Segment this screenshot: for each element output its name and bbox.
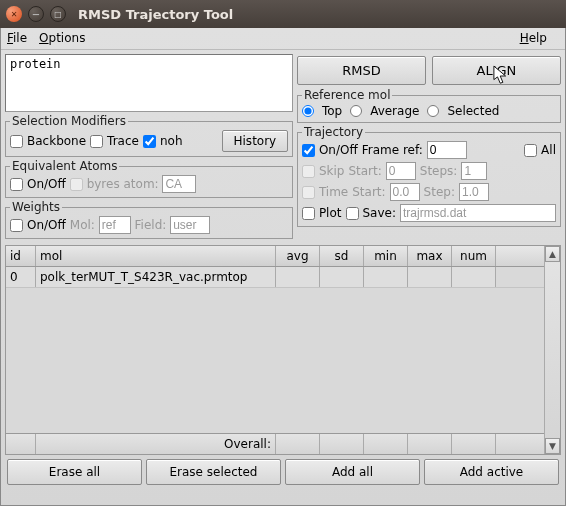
skip-label: Skip [319,164,345,178]
table-row[interactable]: 0 polk_terMUT_T_S423R_vac.prmtop [6,267,544,288]
menu-help[interactable]: Help [520,31,547,46]
time-step-label: Step: [424,185,455,199]
time-start-field [390,183,420,201]
results-table: id mol avg sd min max num 0 polk_terMUT_… [5,245,561,455]
th-num[interactable]: num [452,246,496,266]
traj-all-checkbox[interactable] [524,144,537,157]
equivalent-atoms-group: Equivalent Atoms On/Off byres atom: [5,159,293,198]
align-button[interactable]: ALIGN [432,56,561,85]
traj-all-label: All [541,143,556,157]
trajectory-group: Trajectory On/Off Frame ref: All Skip St… [297,125,561,227]
frame-ref-field[interactable] [427,141,467,159]
app-window: File Options Help Selection Modifiers Ba… [0,28,566,506]
selection-modifiers-legend: Selection Modifiers [10,114,128,128]
weights-mol-label: Mol: [70,218,95,232]
backbone-checkbox[interactable] [10,135,23,148]
skip-start-field [386,162,416,180]
time-checkbox [302,186,315,199]
weights-field-label: Field: [135,218,167,232]
reference-mol-group: Reference mol Top Average Selected [297,88,561,123]
save-label: Save: [363,206,397,220]
plot-label: Plot [319,206,342,220]
byres-label: byres atom: [87,177,159,191]
ref-average-label: Average [370,104,419,118]
th-max[interactable]: max [408,246,452,266]
weights-field-field [170,216,210,234]
trace-checkbox[interactable] [90,135,103,148]
scroll-down-icon[interactable]: ▼ [545,438,560,454]
menubar: File Options Help [1,28,565,50]
scroll-up-icon[interactable]: ▲ [545,246,560,262]
menu-file[interactable]: File [7,31,27,46]
save-field [400,204,556,222]
equivalent-atoms-legend: Equivalent Atoms [10,159,119,173]
equiv-onoff-label: On/Off [27,177,66,191]
trace-label: Trace [107,134,139,148]
time-start-label: Start: [352,185,385,199]
plot-checkbox[interactable] [302,207,315,220]
equiv-onoff-checkbox[interactable] [10,178,23,191]
time-step-field [459,183,489,201]
overall-label: Overall: [36,434,276,454]
trajectory-legend: Trajectory [302,125,365,139]
save-checkbox[interactable] [346,207,359,220]
skip-steps-label: Steps: [420,164,458,178]
rmsd-button[interactable]: RMSD [297,56,426,85]
cell-sd [320,267,364,287]
byres-field [162,175,196,193]
skip-steps-field [461,162,487,180]
noh-label: noh [160,134,183,148]
th-mol[interactable]: mol [36,246,276,266]
window-close-button[interactable] [6,6,22,22]
ref-top-label: Top [322,104,342,118]
window-maximize-button[interactable] [50,6,66,22]
ref-selected-label: Selected [447,104,499,118]
add-all-button[interactable]: Add all [285,459,420,485]
window-minimize-button[interactable] [28,6,44,22]
selection-input[interactable] [5,54,293,112]
traj-onoff-checkbox[interactable] [302,144,315,157]
selection-modifiers-group: Selection Modifiers Backbone Trace noh H… [5,114,293,157]
add-active-button[interactable]: Add active [424,459,559,485]
table-footer: Overall: [6,433,544,454]
byres-checkbox [70,178,83,191]
ref-selected-radio[interactable] [427,105,439,117]
traj-onoff-label: On/Off [319,143,358,157]
table-header: id mol avg sd min max num [6,246,544,267]
weights-onoff-checkbox[interactable] [10,219,23,232]
erase-all-button[interactable]: Erase all [7,459,142,485]
skip-checkbox [302,165,315,178]
cell-max [408,267,452,287]
cell-min [364,267,408,287]
weights-legend: Weights [10,200,62,214]
history-button[interactable]: History [222,130,288,152]
weights-group: Weights On/Off Mol: Field: [5,200,293,239]
weights-mol-field [99,216,131,234]
cell-avg [276,267,320,287]
th-avg[interactable]: avg [276,246,320,266]
titlebar: RMSD Trajectory Tool [0,0,566,28]
ref-top-radio[interactable] [302,105,314,117]
table-scrollbar[interactable]: ▲ ▼ [544,246,560,454]
noh-checkbox[interactable] [143,135,156,148]
cell-num [452,267,496,287]
weights-onoff-label: On/Off [27,218,66,232]
th-sd[interactable]: sd [320,246,364,266]
bottom-toolbar: Erase all Erase selected Add all Add act… [1,455,565,489]
menu-options[interactable]: Options [39,31,85,46]
time-label: Time [319,185,348,199]
window-title: RMSD Trajectory Tool [78,7,233,22]
cell-id: 0 [6,267,36,287]
reference-mol-legend: Reference mol [302,88,393,102]
cell-mol: polk_terMUT_T_S423R_vac.prmtop [36,267,276,287]
skip-start-label: Start: [348,164,381,178]
th-min[interactable]: min [364,246,408,266]
ref-average-radio[interactable] [350,105,362,117]
th-id[interactable]: id [6,246,36,266]
frame-ref-label: Frame ref: [362,143,423,157]
table-body: 0 polk_terMUT_T_S423R_vac.prmtop [6,267,544,433]
backbone-label: Backbone [27,134,86,148]
erase-selected-button[interactable]: Erase selected [146,459,281,485]
